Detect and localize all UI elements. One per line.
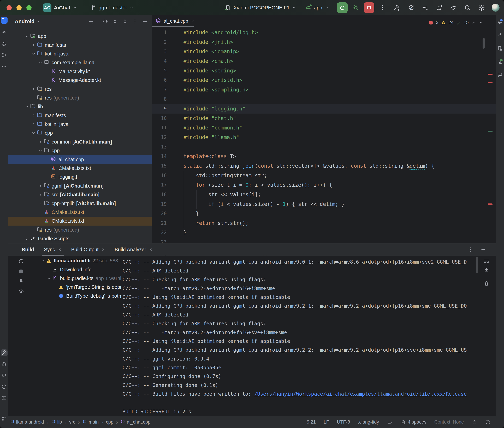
vcs-widget[interactable]: ggml-master <box>90 5 134 11</box>
tree-item-mainactivity-kt[interactable]: MainActivity.kt <box>8 67 152 76</box>
tree-item-cpp-httplib[interactable]: cpp-httplib[AiChat.lib.main] <box>8 199 152 208</box>
console-scrollbar[interactable] <box>476 257 478 273</box>
previous-problem-icon[interactable] <box>471 20 476 25</box>
tree-item-src[interactable]: src[AiChat.lib.main] <box>8 190 152 199</box>
chevron-down-icon[interactable] <box>24 104 30 109</box>
kebab-icon[interactable] <box>132 18 138 24</box>
device-mirroring-icon[interactable] <box>450 4 457 11</box>
status-context[interactable]: Context: None <box>434 420 464 425</box>
tree-item-ggml[interactable]: ggml[AiChat.lib.main] <box>8 181 152 190</box>
tool-window-notifications[interactable] <box>496 18 503 25</box>
build-console[interactable]: C/C++: -- Using KleidiAI optimized kerne… <box>121 256 475 416</box>
chevron-right-icon[interactable] <box>31 87 37 91</box>
clear-all-icon[interactable] <box>483 280 490 287</box>
build-tab-build-output[interactable]: Build Output <box>66 243 110 256</box>
tree-item-ai-chat-cpp[interactable]: ai_chat.cpp <box>8 155 152 164</box>
soft-wrap-icon[interactable] <box>483 258 490 264</box>
apply-changes-icon[interactable]: A <box>408 4 415 11</box>
chevron-right-icon[interactable] <box>31 122 37 127</box>
tree-item-res[interactable]: res <box>8 85 152 93</box>
chevron-down-icon[interactable] <box>37 148 43 153</box>
tab-ai-chat-cpp[interactable]: ai_chat.cpp <box>152 16 199 27</box>
tool-window-pull-requests[interactable] <box>1 52 8 58</box>
status-caret-position[interactable]: 9:21 <box>307 420 316 425</box>
tool-window-packages[interactable] <box>1 361 8 368</box>
close-icon[interactable] <box>101 248 105 251</box>
chevron-down-icon[interactable] <box>36 19 40 24</box>
tool-window-commit[interactable] <box>1 29 8 36</box>
close-icon[interactable] <box>190 19 195 23</box>
tool-window-logcat[interactable] <box>1 372 8 379</box>
project-view-selector[interactable]: Android <box>15 18 34 24</box>
error-stripe-mark[interactable] <box>488 82 493 83</box>
status-clang-tidy[interactable]: .clang-tidy <box>358 420 379 425</box>
status-line-separator[interactable]: LF <box>324 420 329 425</box>
status-encoding[interactable]: UTF-8 <box>337 420 350 425</box>
tree-item-cpp[interactable]: cpp <box>8 129 152 137</box>
close-icon[interactable] <box>149 248 153 251</box>
settings-icon[interactable] <box>478 4 485 11</box>
status-read-write-lock[interactable] <box>472 420 477 425</box>
tree-item-com-example-llama[interactable]: com.example.llama <box>8 58 152 67</box>
target-icon[interactable] <box>102 18 108 24</box>
tree-item-res[interactable]: res(generated) <box>8 226 152 234</box>
inspections-widget[interactable]: 3 24 15 <box>428 20 484 25</box>
tool-window-gemini-chat[interactable] <box>496 71 503 78</box>
tool-window-more-tool-windows[interactable] <box>1 63 8 70</box>
status-highlighting-level[interactable] <box>387 420 392 425</box>
breadcrumb-llama-android[interactable]: llama.android <box>10 420 44 425</box>
hide-panel-icon[interactable] <box>480 247 486 252</box>
status-indentation[interactable]: 4 spaces <box>400 420 426 425</box>
code-editor[interactable]: 1#include <android/log.h>2#include <jni.… <box>152 28 496 243</box>
chevron-right-icon[interactable] <box>37 183 43 188</box>
debug-button[interactable] <box>352 4 359 11</box>
tree-item-cmakelists-txt[interactable]: CMakeLists.txt <box>8 217 152 225</box>
chevron-down-icon[interactable] <box>37 60 43 65</box>
options-icon[interactable] <box>468 247 473 252</box>
tree-item-lib[interactable]: lib <box>8 102 152 111</box>
layout-inspector-icon[interactable] <box>422 4 429 11</box>
error-stripe-mark[interactable] <box>488 204 493 205</box>
pin-tab-icon[interactable] <box>18 278 24 284</box>
editor-scrollbar[interactable] <box>483 38 485 49</box>
chevron-down-icon[interactable] <box>31 131 37 135</box>
breadcrumb-cpp[interactable]: cpp <box>106 420 113 425</box>
tree-item-kotlin-java[interactable]: kotlin+java <box>8 49 152 58</box>
preview-icon[interactable] <box>18 288 24 294</box>
expand-all-icon[interactable] <box>112 18 118 24</box>
rerun-button[interactable] <box>337 2 348 13</box>
sync-item-jvmtarget-string-is-deprec[interactable]: 'jvmTarget: String' is deprec <box>37 283 121 291</box>
tree-item-kotlin-java[interactable]: kotlin+java <box>8 120 152 129</box>
user-avatar[interactable] <box>492 4 500 12</box>
collapse-all-icon[interactable] <box>122 18 128 24</box>
sync-item-buildtype-debug-is-both-de[interactable]: BuildType 'debug' is both de <box>37 292 121 300</box>
attach-debugger-icon[interactable] <box>436 4 443 11</box>
device-selector[interactable]: Xiaomi POCOPHONE F1 <box>225 5 296 11</box>
minimize-button[interactable] <box>17 5 22 10</box>
sync-item-build-gradle-kts[interactable]: build.gradle.ktsapp 1 warning <box>37 274 121 283</box>
more-run-options-button[interactable] <box>379 4 386 11</box>
ok-stripe-mark[interactable] <box>488 131 493 132</box>
build-icon[interactable] <box>393 4 401 11</box>
tree-item-manifests[interactable]: manifests <box>8 111 152 120</box>
tool-window-project[interactable] <box>1 17 8 24</box>
tool-window-version-control[interactable] <box>1 415 8 422</box>
tree-item-cpp[interactable]: cpp <box>8 146 152 155</box>
scroll-to-end-icon[interactable] <box>483 267 490 273</box>
build-tab-sync[interactable]: Sync <box>39 243 66 256</box>
stop-sync-icon[interactable] <box>18 268 24 275</box>
chevron-right-icon[interactable] <box>37 192 43 197</box>
close-button[interactable] <box>7 5 12 10</box>
project-widget[interactable]: AC AiChat <box>43 3 77 12</box>
tree-item-cmakelists-txt[interactable]: CMakeLists.txt <box>8 164 152 173</box>
error-stripe-mark[interactable] <box>488 74 493 75</box>
chevron-down-icon[interactable] <box>31 51 37 56</box>
tool-window-gradle[interactable] <box>496 31 503 38</box>
tree-item-manifests[interactable]: manifests <box>8 41 152 49</box>
re-sync-icon[interactable] <box>18 258 24 265</box>
plus-icon[interactable] <box>88 18 94 24</box>
tree-item-gradle-scripts[interactable]: Gradle Scripts <box>8 234 152 243</box>
tree-item-res[interactable]: res(generated) <box>8 93 152 102</box>
sync-item-llama-android[interactable]: llama.android: fi22 sec, 583 ms <box>37 256 121 265</box>
chevron-down-icon[interactable] <box>40 259 46 263</box>
